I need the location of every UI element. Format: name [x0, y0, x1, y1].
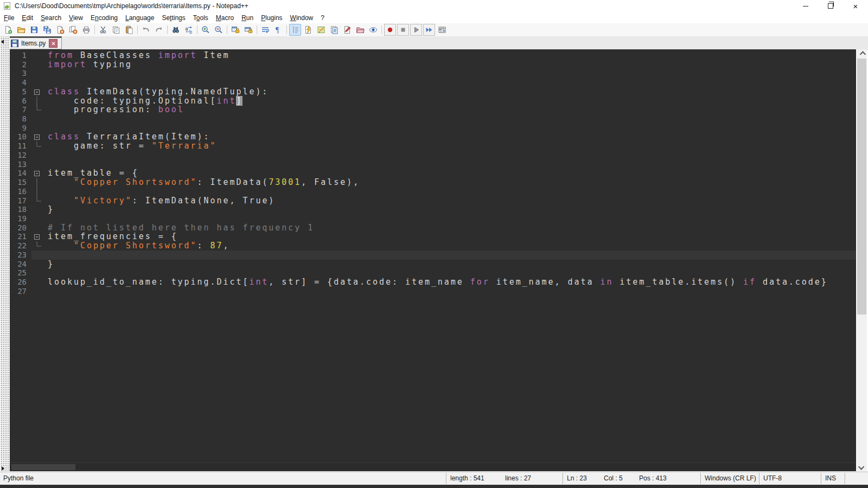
fold-toggle-icon[interactable]: [31, 87, 46, 97]
vertical-scrollbar-thumb[interactable]: [857, 59, 866, 314]
line-number[interactable]: 22: [10, 241, 31, 251]
monitoring-icon[interactable]: [367, 24, 379, 36]
line-number[interactable]: 26: [10, 278, 31, 287]
status-insert-mode: INS: [825, 474, 836, 482]
line-number[interactable]: 7: [10, 105, 31, 114]
line-number[interactable]: 8: [10, 114, 31, 124]
zoom-in-icon[interactable]: [200, 24, 212, 36]
print-icon[interactable]: [80, 24, 92, 36]
line-number[interactable]: 9: [10, 124, 31, 133]
menu-item-search[interactable]: Search: [37, 12, 65, 23]
show-all-characters-icon[interactable]: ¶: [272, 24, 284, 36]
line-number[interactable]: 15: [10, 178, 31, 187]
code-editor[interactable]: 1from BaseClasses import Item2import typ…: [10, 49, 856, 463]
tab-items-py[interactable]: Items.py ×: [8, 36, 62, 49]
macro-run-multiple-icon[interactable]: [423, 24, 435, 36]
code-text: [46, 214, 856, 223]
folder-as-workspace-icon[interactable]: [354, 24, 366, 36]
menu-item-language[interactable]: Language: [122, 12, 158, 23]
toolbar-separator: [137, 25, 138, 34]
line-number[interactable]: 19: [10, 214, 31, 223]
horizontal-scrollbar[interactable]: [10, 463, 856, 471]
edit-page-icon[interactable]: [341, 24, 353, 36]
line-number[interactable]: 5: [10, 87, 31, 97]
zoom-out-icon[interactable]: [213, 24, 225, 36]
menu-item-file[interactable]: File: [0, 12, 18, 23]
line-number[interactable]: 13: [10, 160, 31, 169]
dock-collapse-arrow-top[interactable]: [1, 40, 4, 44]
line-number[interactable]: 17: [10, 196, 31, 206]
function-list-icon[interactable]: [302, 24, 314, 36]
menu-item-encoding[interactable]: Encoding: [87, 12, 122, 23]
line-number[interactable]: 23: [10, 251, 31, 260]
line-number[interactable]: 25: [10, 268, 31, 278]
line-number[interactable]: 14: [10, 169, 31, 178]
save-file-icon[interactable]: [28, 24, 40, 36]
menu-item-settings[interactable]: Settings: [158, 12, 189, 23]
replace-icon[interactable]: ab: [183, 24, 195, 36]
line-number[interactable]: 10: [10, 132, 31, 142]
fold-toggle-icon[interactable]: [31, 132, 46, 142]
line-number[interactable]: 6: [10, 97, 31, 106]
paste-icon[interactable]: [123, 24, 135, 36]
menu-item-window[interactable]: Window: [286, 12, 317, 23]
toolbar-separator: [197, 25, 197, 34]
vertical-scrollbar[interactable]: [856, 49, 867, 471]
toolbar-separator: [286, 25, 287, 34]
line-number[interactable]: 11: [10, 142, 31, 151]
line-number[interactable]: 1: [10, 51, 31, 60]
menu-item-run[interactable]: Run: [238, 12, 257, 23]
close-button[interactable]: ×: [843, 0, 868, 12]
scroll-down-arrow[interactable]: [857, 462, 867, 471]
save-all-icon[interactable]: [41, 24, 53, 36]
document-list-icon[interactable]: [328, 24, 340, 36]
menu-item-macro[interactable]: Macro: [212, 12, 238, 23]
restore-button[interactable]: [818, 0, 843, 12]
line-number[interactable]: 20: [10, 223, 31, 233]
line-number[interactable]: 18: [10, 205, 31, 214]
minimize-button[interactable]: [793, 0, 818, 12]
document-map-icon[interactable]: [315, 24, 327, 36]
sync-scroll-vertical-icon[interactable]: [229, 24, 241, 36]
status-divider: [845, 473, 845, 484]
sync-scroll-horizontal-icon[interactable]: [242, 24, 254, 36]
line-number[interactable]: 3: [10, 69, 31, 78]
menu-item-plugins[interactable]: Plugins: [257, 12, 286, 23]
show-indent-guide-icon[interactable]: [289, 24, 301, 36]
open-file-icon[interactable]: [15, 24, 27, 36]
close-file-icon[interactable]: [54, 24, 66, 36]
new-file-icon[interactable]: [2, 24, 14, 36]
undo-icon[interactable]: [140, 24, 152, 36]
close-all-icon[interactable]: [67, 24, 79, 36]
line-number[interactable]: 12: [10, 151, 31, 160]
svg-text:¶: ¶: [276, 26, 279, 34]
menu-item-[interactable]: ?: [317, 12, 328, 23]
fold-toggle-icon[interactable]: [31, 232, 46, 241]
redo-icon[interactable]: [153, 24, 165, 36]
fold-guide: [31, 105, 46, 114]
macro-stop-icon[interactable]: [397, 24, 409, 36]
menu-item-edit[interactable]: Edit: [18, 12, 37, 23]
status-divider: [446, 473, 446, 484]
find-icon[interactable]: [170, 24, 182, 36]
cut-icon[interactable]: [97, 24, 109, 36]
word-wrap-icon[interactable]: [259, 24, 271, 36]
line-number[interactable]: 4: [10, 78, 31, 87]
line-number[interactable]: 16: [10, 187, 31, 196]
dock-collapse-arrow-bottom[interactable]: [2, 466, 4, 471]
line-number[interactable]: 2: [10, 60, 31, 69]
menu-item-view[interactable]: View: [65, 12, 87, 23]
macro-grid-icon[interactable]: [436, 24, 448, 36]
macro-play-icon[interactable]: [410, 24, 422, 36]
horizontal-scrollbar-thumb[interactable]: [11, 464, 75, 470]
line-number[interactable]: 27: [10, 287, 31, 296]
line-number[interactable]: 21: [10, 232, 31, 241]
copy-icon[interactable]: [110, 24, 122, 36]
code-line: 24}: [10, 260, 856, 269]
scroll-up-arrow[interactable]: [857, 49, 867, 59]
macro-record-icon[interactable]: [384, 24, 396, 36]
fold-toggle-icon[interactable]: [31, 169, 46, 178]
line-number[interactable]: 24: [10, 260, 31, 269]
menu-item-tools[interactable]: Tools: [189, 12, 212, 23]
tab-close-icon[interactable]: ×: [49, 39, 58, 48]
